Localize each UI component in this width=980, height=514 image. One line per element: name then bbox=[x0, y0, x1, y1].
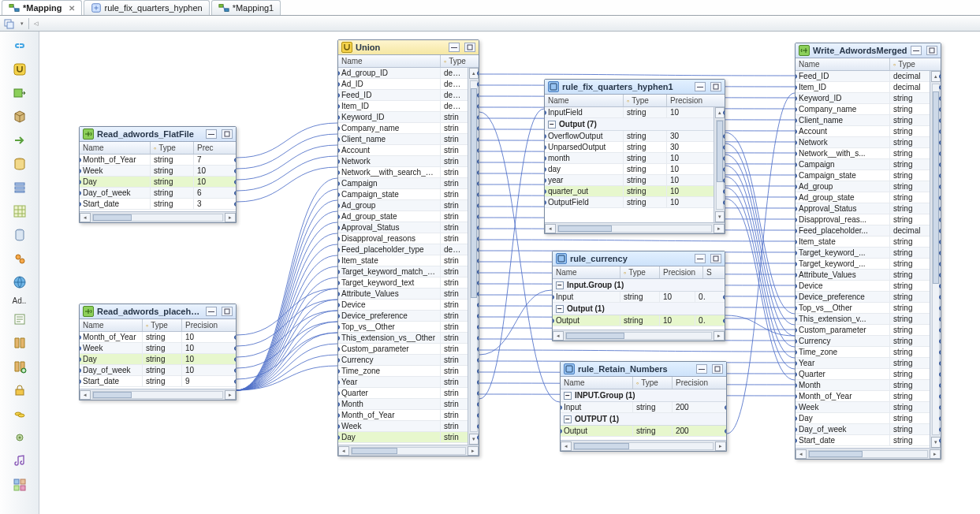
collapse-icon[interactable] bbox=[548, 121, 556, 128]
scroll-left-button[interactable]: ◂ bbox=[80, 390, 91, 400]
table-row[interactable]: Keyword_IDstrin bbox=[338, 112, 468, 123]
table-row[interactable]: Quarterstring bbox=[796, 369, 930, 380]
output-port[interactable] bbox=[477, 148, 479, 153]
table-row[interactable]: Outputstring100 bbox=[553, 315, 725, 326]
arrow-right-icon[interactable] bbox=[8, 131, 32, 150]
table-row[interactable]: Month_of_Yearstrin bbox=[338, 410, 468, 421]
col-type[interactable]: Type bbox=[143, 319, 182, 331]
chevron-down-icon[interactable]: ▾ bbox=[20, 20, 24, 27]
output-port[interactable] bbox=[477, 104, 479, 109]
table-row[interactable]: Client_namestring bbox=[796, 115, 930, 126]
minimize-button[interactable] bbox=[206, 129, 217, 139]
collapse-icon[interactable] bbox=[564, 392, 572, 400]
output-port[interactable] bbox=[477, 435, 479, 440]
output-port[interactable] bbox=[234, 368, 236, 373]
scroll-left-button[interactable]: ◂ bbox=[338, 446, 349, 456]
output-port[interactable] bbox=[477, 225, 479, 230]
table-row[interactable]: Network__with_s...string bbox=[796, 148, 930, 159]
table-row[interactable]: Start_datestring bbox=[796, 435, 930, 446]
output-port[interactable] bbox=[939, 74, 941, 79]
output-port[interactable] bbox=[477, 303, 479, 307]
output-port[interactable] bbox=[477, 181, 479, 186]
output-port[interactable] bbox=[234, 346, 236, 351]
output-port[interactable] bbox=[939, 383, 941, 388]
node-titlebar[interactable]: Read_adwords_FlatFile bbox=[80, 127, 236, 142]
link-icon[interactable] bbox=[8, 36, 32, 55]
node-write-adwords-merged[interactable]: Write_AdwordsMerged Name Type ▴ ▾ Feed_I… bbox=[795, 43, 941, 460]
back-icon[interactable]: ◁ bbox=[34, 20, 38, 27]
output-port[interactable] bbox=[477, 126, 479, 131]
group-header-input[interactable]: INPUT.Group (1) bbox=[561, 389, 726, 402]
output-port[interactable] bbox=[939, 427, 941, 432]
table-row[interactable]: Weekstring10 bbox=[80, 166, 236, 177]
tiles-icon[interactable] bbox=[8, 475, 32, 494]
book-plus-icon[interactable] bbox=[8, 357, 32, 376]
output-port[interactable] bbox=[477, 137, 479, 142]
table-row[interactable]: Campaignstring bbox=[796, 159, 930, 170]
scroll-right-button[interactable]: ▸ bbox=[225, 390, 236, 400]
table-row[interactable]: Network__with_search_pa...strin bbox=[338, 167, 468, 178]
output-port[interactable] bbox=[477, 358, 479, 363]
col-type[interactable]: Type bbox=[624, 95, 667, 106]
table-row[interactable]: Devicestring bbox=[796, 281, 930, 292]
col-name[interactable]: Name bbox=[545, 95, 624, 106]
table-row[interactable]: Item_statestrin bbox=[338, 255, 468, 266]
table-row[interactable]: Month_of_Yearstring7 bbox=[80, 155, 236, 166]
output-port[interactable] bbox=[939, 317, 941, 322]
node-titlebar[interactable]: Read_adwords_placeholderFee... bbox=[80, 304, 236, 319]
output-port[interactable] bbox=[939, 361, 941, 366]
node-read-adwords-flatfile[interactable]: Read_adwords_FlatFile Name Type Prec Mon… bbox=[79, 126, 237, 223]
table-row[interactable]: Devicestrin bbox=[338, 300, 468, 311]
table-row[interactable]: monthstring10 bbox=[545, 153, 714, 164]
output-port[interactable] bbox=[723, 110, 725, 115]
minimize-button[interactable] bbox=[696, 364, 707, 374]
output-port[interactable] bbox=[477, 380, 479, 385]
restore-button[interactable] bbox=[926, 46, 937, 55]
scrollbar-horizontal[interactable]: ◂ ▸ bbox=[561, 440, 726, 451]
table-row[interactable]: Ad_group_statestring bbox=[796, 192, 930, 203]
table-row[interactable]: Networkstrin bbox=[338, 156, 468, 167]
output-port[interactable] bbox=[477, 325, 479, 330]
output-port[interactable] bbox=[477, 413, 479, 418]
output-port[interactable] bbox=[723, 178, 725, 183]
table-row[interactable]: Outputstring200 bbox=[561, 426, 726, 437]
restore-button[interactable] bbox=[710, 82, 721, 91]
restore-button[interactable] bbox=[222, 307, 233, 316]
node-titlebar[interactable]: Write_AdwordsMerged bbox=[796, 43, 941, 58]
table-row[interactable]: Daystring10 bbox=[80, 177, 236, 188]
output-port[interactable] bbox=[723, 200, 725, 205]
table-row[interactable]: Item_statestring bbox=[796, 237, 930, 248]
table-row[interactable]: Day_of_weekstring bbox=[796, 424, 930, 435]
node-titlebar[interactable]: rule_fix_quarters_hyphen1 bbox=[545, 80, 725, 95]
output-port[interactable] bbox=[477, 270, 479, 274]
collapse-icon[interactable] bbox=[564, 415, 572, 423]
output-port[interactable] bbox=[477, 203, 479, 208]
output-port[interactable] bbox=[477, 314, 479, 318]
table-row[interactable]: OutputFieldstring10 bbox=[545, 197, 714, 208]
scrollbar-horizontal[interactable]: ◂ ▸ bbox=[80, 389, 236, 400]
table-row[interactable]: Accountstring bbox=[796, 126, 930, 137]
output-port[interactable] bbox=[939, 107, 941, 112]
coins-icon[interactable] bbox=[8, 404, 32, 423]
table-row[interactable]: Weekstring10 bbox=[80, 343, 236, 354]
output-port[interactable] bbox=[723, 145, 725, 150]
union-icon[interactable] bbox=[8, 60, 32, 79]
node-titlebar[interactable]: Union bbox=[338, 40, 479, 55]
output-port[interactable] bbox=[477, 347, 479, 352]
table-row[interactable]: Custom_parameterstrin bbox=[338, 344, 468, 355]
scrollbar-horizontal[interactable]: ◂ ▸ bbox=[796, 448, 941, 459]
gears-icon[interactable] bbox=[8, 249, 32, 268]
table-row[interactable]: yearstring10 bbox=[545, 175, 714, 186]
tab-rule-fix-quarters[interactable]: rule_fix_quarters_hyphen bbox=[84, 0, 210, 15]
node-rule-currency[interactable]: rule_currency Name Type Precision S Inpu… bbox=[552, 251, 725, 341]
output-port[interactable] bbox=[477, 369, 479, 374]
tab-mapping1[interactable]: *Mapping1 bbox=[211, 0, 281, 15]
table-row[interactable]: Target_keyword_...string bbox=[796, 248, 930, 259]
table-row[interactable]: Company_namestring bbox=[796, 104, 930, 115]
tab-mapping[interactable]: *Mapping ✕ bbox=[2, 0, 82, 15]
output-icon[interactable] bbox=[8, 84, 32, 102]
table-row[interactable]: Top_vs__Otherstring bbox=[796, 303, 930, 314]
table-row[interactable]: Company_namestrin bbox=[338, 123, 468, 134]
table-row[interactable]: Ad_groupstrin bbox=[338, 200, 468, 211]
output-port[interactable] bbox=[477, 292, 479, 296]
